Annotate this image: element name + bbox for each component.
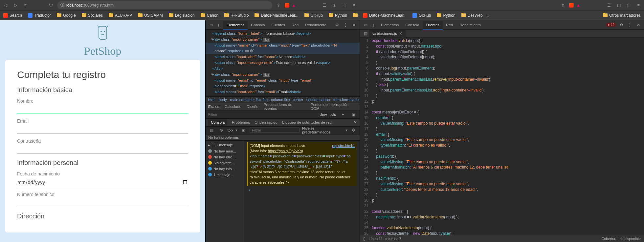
breadcrumb[interactable]: htmlbodymain.container.flex.flex--column… — [206, 96, 360, 103]
cls-toggle[interactable]: .cls — [330, 112, 336, 116]
devtools-tab-elementos[interactable]: Elementos — [223, 21, 248, 30]
msg-filter-row[interactable]: 1 mensaje ... — [206, 172, 244, 178]
code-line[interactable]: 3 if (validadores[tipoDeInput]) { — [360, 49, 644, 55]
element-line[interactable]: <label class="input-label" for="name">No… — [206, 54, 360, 60]
add-rule-icon[interactable]: + — [339, 112, 346, 116]
share-icon[interactable]: ⇪ — [275, 2, 282, 9]
crumb-html[interactable]: html — [208, 98, 215, 102]
code-line[interactable]: 26 nacimiento: { — [360, 176, 644, 181]
panel-icon[interactable]: ◫ — [615, 2, 622, 9]
warn-source-link[interactable]: registro.html:1 — [332, 143, 355, 149]
crumb-main[interactable]: main.container.flex.flex--column.flex--c… — [230, 98, 303, 102]
devtools-tab-rendimiento[interactable]: Rendimiento — [456, 21, 484, 29]
devtools-tab-fuentes[interactable]: Fuentes — [268, 21, 289, 29]
element-line[interactable]: <input name="name" id="name" class="inpu… — [206, 43, 360, 49]
bookmark-python[interactable]: Python — [327, 12, 348, 19]
styles-tab[interactable]: Puntos de interrupción DOM — [311, 103, 357, 111]
wallet-icon[interactable]: ⬚ — [625, 2, 632, 9]
code-line[interactable]: 4 validadores[tipoDeInput](input); — [360, 54, 644, 60]
devtools-tab-elementos[interactable]: Elementos — [378, 21, 402, 29]
warn-more-info-link[interactable]: https://goo.gl/9p2vKq — [268, 149, 302, 153]
bookmark-datos-machinelear...[interactable]: Datos-MachineLear... — [253, 12, 300, 19]
element-line[interactable]: ▼<div class="input-container">flex — [206, 37, 360, 43]
console-sidebar-icon[interactable]: ▥ — [208, 128, 215, 132]
hov-toggle[interactable]: :hov — [320, 112, 327, 116]
warn-triangle-icon[interactable]: ▲ — [576, 3, 580, 8]
element-line[interactable]: <label class="input-label" for="email">E… — [206, 89, 360, 95]
chevron-right-icon[interactable]: » — [487, 13, 490, 18]
input-telefono[interactable] — [17, 198, 188, 207]
clear-console-icon[interactable]: ⊘ — [218, 128, 225, 132]
close-icon[interactable]: ✕ — [350, 23, 358, 27]
code-line[interactable]: 19 valueMissing: "Este campo no puede es… — [360, 137, 644, 143]
close-icon[interactable]: ✕ — [635, 23, 642, 27]
settings-icon[interactable]: ⚙ — [333, 23, 341, 27]
devtools-tab-rendimiento[interactable]: Rendimiento — [302, 21, 330, 29]
inspect-icon[interactable]: ▭ — [362, 23, 369, 27]
bookmark-canon[interactable]: Canon — [199, 12, 220, 19]
drawer-tab[interactable]: Bloqueo de solicitudes de red — [282, 120, 332, 124]
close-drawer-icon[interactable]: ✕ — [354, 120, 357, 125]
bookmark-google[interactable]: Google — [56, 12, 77, 19]
more-icon[interactable]: ⋮ — [626, 23, 633, 27]
console-settings-icon[interactable]: ⚙ — [350, 128, 357, 132]
code-line[interactable]: 23 valueMissing: "Este campo no puede es… — [360, 159, 644, 165]
reload-button[interactable]: ⟳ — [22, 2, 29, 9]
code-line[interactable]: 10 input.parentElement.classList.add('in… — [360, 88, 644, 93]
code-editor[interactable]: 1export function valida(input) {2 const … — [360, 37, 644, 235]
bookmark-datos-machinelear...[interactable]: Datos-MachineLear... — [362, 12, 408, 19]
code-line[interactable]: 36 const fechaCliente = new Date(input.v… — [360, 231, 644, 235]
code-line[interactable]: 24 patternMismatch: "Al menos 6 caracter… — [360, 165, 644, 170]
device-icon[interactable]: ⫿ — [215, 23, 223, 27]
devtools-tab-consola[interactable]: Consola — [402, 21, 422, 29]
bookmark-python[interactable]: Python — [435, 12, 456, 19]
code-line[interactable]: 11 } — [360, 93, 644, 99]
wallet-icon[interactable]: ⬚ — [341, 2, 348, 9]
code-line[interactable]: 33 nacimiento: input => validarNacimient… — [360, 214, 644, 220]
styles-filter-input[interactable] — [208, 112, 317, 116]
crumb-form[interactable]: form.formulario.fle — [333, 98, 360, 102]
code-line[interactable]: 25 }, — [360, 170, 644, 176]
code-line[interactable]: 29 }, — [360, 192, 644, 198]
crumb-section[interactable]: section.cartao — [306, 98, 330, 102]
crumb-body[interactable]: body — [219, 98, 227, 102]
code-line[interactable]: 6 console.log(input.parentElement); — [360, 66, 644, 71]
code-line[interactable]: 1export function valida(input) { — [360, 38, 644, 44]
devtools-tab-red[interactable]: Red — [443, 21, 456, 29]
styles-tab[interactable]: Procesadores de eventos — [264, 103, 305, 111]
code-line[interactable]: 12}; — [360, 99, 644, 104]
msg-filter-row[interactable]: Sin adverte... — [206, 160, 244, 166]
styles-tab[interactable]: Diseño — [247, 105, 258, 109]
code-line[interactable]: 31 — [360, 203, 644, 209]
forward-button[interactable]: ▷ — [12, 2, 19, 9]
drawer-tab[interactable]: Consola — [208, 119, 227, 126]
console-sidebar[interactable]: ▸ ☰ 1 mensajeNo hay men...No hay erro...… — [206, 141, 244, 242]
bookmark-traductor[interactable]: Traductor — [27, 12, 52, 19]
more-icon[interactable]: ⋮ — [342, 23, 349, 27]
element-line[interactable]: ▼<div class="input-container">flex — [206, 72, 360, 78]
context-selector[interactable]: top — [228, 128, 233, 132]
other-bookmarks[interactable]: Otros marcadores — [602, 12, 642, 19]
box-icon[interactable]: ▣ — [350, 112, 357, 117]
input-email[interactable] — [17, 125, 188, 134]
msg-filter-row[interactable]: No hay info... — [206, 166, 244, 172]
console-filter-input[interactable] — [250, 128, 300, 133]
code-line[interactable]: 9 } else { — [360, 82, 644, 88]
code-line[interactable]: 32const validadores = { — [360, 209, 644, 214]
styles-tab[interactable]: Estilos — [208, 105, 219, 109]
code-line[interactable]: 35function validarNacimiento(input) { — [360, 225, 644, 231]
bookmark-r-rstudio[interactable]: R-RStudio — [223, 12, 250, 19]
devtools-tab-fuentes[interactable]: Fuentes — [423, 21, 443, 30]
devtools-tab-red[interactable]: Red — [288, 21, 302, 29]
bookmark-github[interactable]: GitHub — [303, 12, 324, 19]
element-line[interactable]: <legend class="form__label">Información … — [206, 31, 360, 37]
code-line[interactable]: 13 — [360, 104, 644, 110]
brave-icon[interactable] — [285, 3, 289, 8]
code-line[interactable]: 22 password: { — [360, 154, 644, 159]
styles-tab[interactable]: Calculado — [225, 105, 241, 109]
code-line[interactable]: 27 valueMissing: "Este campo no puede es… — [360, 181, 644, 187]
eye-icon[interactable]: ◉ — [240, 128, 247, 132]
devtools-tab-consola[interactable]: Consola — [248, 21, 268, 29]
warn-triangle-icon[interactable]: ▲ — [292, 3, 296, 8]
element-line[interactable]: ombre" required> == $0 — [206, 48, 360, 54]
